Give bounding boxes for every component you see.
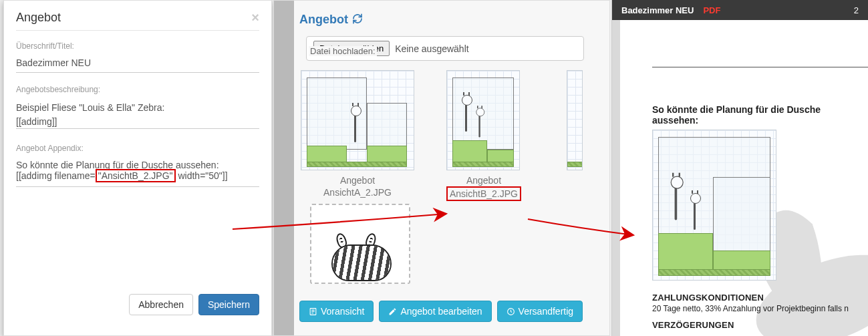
modal-title: Angebot — [16, 11, 61, 25]
close-icon[interactable]: × — [251, 11, 259, 24]
appendix-input[interactable]: So könnte die Planung für die Dusche aus… — [16, 156, 259, 187]
pdf-section-delays-heading: VERZÖGERUNGEN — [652, 320, 868, 330]
edit-modal: Angebot × Überschrift/Titel: Angebotsbes… — [3, 0, 272, 336]
save-button[interactable]: Speichern — [198, 294, 259, 315]
pdf-heading: So könnte die Planung für die Dusche aus… — [652, 104, 868, 126]
pdf-embedded-image — [652, 130, 776, 281]
panel-title: Angebot — [299, 13, 348, 27]
upload-dropzone[interactable] — [310, 204, 410, 284]
thumbnail-a[interactable]: Angebot AnsichtA_2.JPG — [301, 70, 414, 198]
pdf-preview: Badezimmer NEU PDF 2 So könnte die Planu… — [611, 0, 868, 336]
thumbnail-c-partial[interactable] — [567, 70, 583, 170]
filename-highlight: "AnsichtB_2.JPG" — [96, 169, 176, 182]
zebra-illustration — [325, 228, 398, 284]
upload-label: Datei hochladen: — [309, 46, 377, 56]
edit-offer-button[interactable]: Angebot bearbeiten — [379, 301, 491, 322]
pdf-toolbar: Badezimmer NEU PDF 2 — [612, 0, 868, 20]
description-input[interactable]: Beispiel Fliese "Louis & Ella" Zebra: [[… — [16, 97, 259, 129]
thumbnail-b-title: Angebot — [446, 174, 521, 186]
preview-panel: Angebot Datei hochladen: Datei auswählen… — [273, 0, 610, 336]
file-status: Keine ausgewählt — [395, 43, 469, 54]
pdf-page-number: 2 — [854, 5, 859, 15]
pdf-section-payment-text: 20 Tage netto, 33% Anzahlung vor Projekt… — [652, 304, 868, 313]
pdf-section-payment-heading: ZAHLUNGSKONDITIONEN — [652, 293, 868, 303]
title-input[interactable] — [16, 53, 259, 73]
cancel-button[interactable]: Abbrechen — [129, 294, 193, 315]
title-label: Überschrift/Titel: — [16, 41, 259, 51]
refresh-icon[interactable] — [352, 13, 363, 26]
ready-to-send-button[interactable]: Versandfertig — [497, 301, 583, 322]
preview-button[interactable]: Voransicht — [299, 301, 374, 322]
pdf-filename: Badezimmer NEU — [621, 5, 694, 15]
appendix-label: Angebot Appendix: — [16, 144, 259, 153]
thumbnail-a-title: Angebot — [301, 174, 414, 186]
thumbnail-a-filename: AnsichtA_2.JPG — [301, 186, 414, 198]
pdf-divider — [652, 67, 868, 67]
appendix-line-2: [[addimg filename="AnsichtB_2.JPG" width… — [16, 170, 259, 181]
thumbnail-b[interactable]: Angebot AnsichtB_2.JPG — [446, 70, 521, 201]
thumbnail-b-filename: AnsichtB_2.JPG — [446, 186, 521, 201]
pdf-tag: PDF — [703, 5, 720, 15]
description-label: Angebotsbeschreibung: — [16, 85, 259, 94]
